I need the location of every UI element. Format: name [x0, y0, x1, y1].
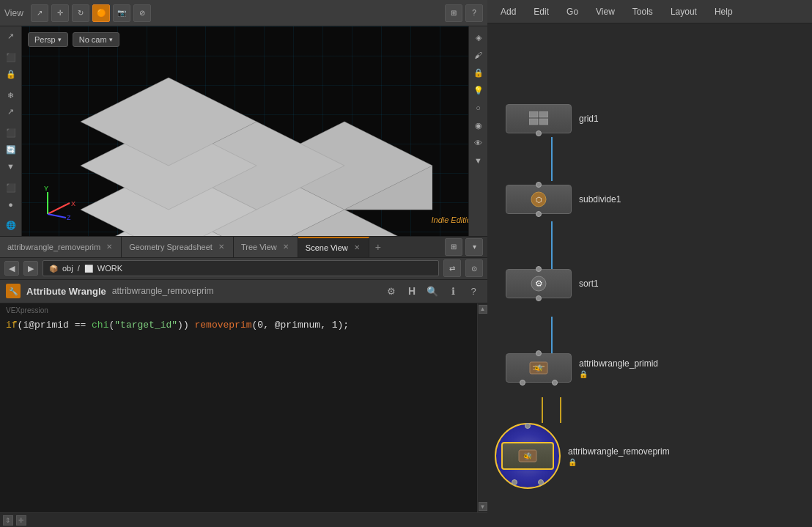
menu-view[interactable]: View [588, 4, 622, 20]
vex-section-label: VEXpression [0, 303, 54, 317]
node-header: 🔧 Attribute Wrangle attribwrangle_remove… [0, 280, 487, 303]
tab-scene-view[interactable]: Scene View ✕ [298, 237, 369, 257]
node-card-sort1[interactable]: ⚙ [506, 269, 572, 298]
h-icon[interactable]: H [404, 283, 420, 299]
camera-tool[interactable]: 📷 [113, 4, 130, 22]
forward-button[interactable]: ▶ [23, 261, 38, 276]
code-editor: VEXpression if(i@primid == chi("target_i… [0, 303, 487, 513]
layout-icon[interactable]: ⊞ [445, 4, 462, 22]
select-tool[interactable]: ↗ [31, 4, 48, 22]
view-label: View [4, 8, 23, 18]
light-icon[interactable]: 💡 [470, 82, 487, 98]
right-panel: Add Edit Go View Tools Layout Help [487, 0, 812, 527]
svg-text:🐝: 🐝 [523, 452, 533, 461]
node-dot-bottom-right [552, 380, 558, 386]
left-panel: View ↗ ✛ ↻ 🟠 📷 ⊘ ⊞ ? ↗ ⬛ 🔒 ❄ ↗ ⬛ 🔄 ▼ ⬛ ●… [0, 0, 487, 527]
tab-add-button[interactable]: + [369, 237, 387, 257]
graph-node-sort1: ⚙ sort1 [506, 269, 599, 298]
primid-label: attribwrangle_primid [579, 358, 658, 369]
svg-rect-22 [529, 119, 538, 125]
render-tool[interactable]: 🟠 [92, 4, 110, 22]
code-scrollbar: ▲ ▼ [477, 303, 487, 513]
node-card-grid1[interactable] [506, 104, 572, 133]
tab-options-icon[interactable]: ▾ [465, 238, 483, 256]
right-menubar: Add Edit Go View Tools Layout Help [487, 0, 812, 23]
path-icon2: ⬜ [84, 265, 93, 273]
resize-icon[interactable]: ⇕ [3, 515, 13, 526]
path-nav-icon[interactable]: ⇄ [443, 259, 461, 277]
menu-layout[interactable]: Layout [663, 4, 704, 20]
removeprim-lock-icon: 🔒 [568, 458, 670, 466]
tab-geometry-close[interactable]: ✕ [217, 242, 226, 251]
cross-icon[interactable]: ✛ [16, 515, 26, 526]
tab-scene-label: Scene View [306, 243, 348, 252]
node-type-icon: 🔧 [6, 284, 21, 298]
tab-layout-icon[interactable]: ⊞ [445, 238, 462, 256]
node-dot-top [536, 350, 542, 356]
path-home-icon[interactable]: ⊙ [465, 259, 483, 277]
sort1-icon: ⚙ [528, 273, 549, 294]
menu-help[interactable]: Help [707, 4, 740, 20]
paint-icon[interactable]: 🖌 [470, 47, 487, 63]
svg-text:⚙: ⚙ [535, 279, 543, 289]
settings-icon[interactable]: ⚙ [383, 283, 399, 299]
menu-tools[interactable]: Tools [625, 4, 660, 20]
rotate-tool[interactable]: ↻ [72, 4, 89, 22]
graph-node-grid1: grid1 [506, 104, 599, 133]
subdivide1-label: subdivide1 [579, 194, 621, 204]
path-input[interactable]: 📦 obj / ⬜ WORK [43, 260, 439, 276]
cam2-icon[interactable]: 👁 [470, 135, 487, 151]
node-card-subdivide1[interactable]: ⬡ [506, 185, 572, 214]
help2-icon[interactable]: ? [465, 283, 481, 299]
layers-icon[interactable]: ◈ [470, 29, 487, 45]
tab-scene-close[interactable]: ✕ [353, 243, 361, 252]
back-button[interactable]: ◀ [4, 261, 19, 276]
scroll-up-button[interactable]: ▲ [479, 305, 487, 314]
svg-text:⬡: ⬡ [536, 196, 542, 204]
path-work: WORK [97, 264, 122, 273]
node-card-removeprim[interactable]: 🐝 [495, 423, 561, 489]
tab-attribwrangle-close[interactable]: ✕ [105, 242, 114, 251]
scroll-down-button[interactable]: ▼ [479, 502, 487, 511]
tab-tree-label: Tree View [241, 243, 277, 251]
tab-tree-view[interactable]: Tree View ✕ [234, 237, 298, 257]
node-card-primid[interactable]: 🐝 [506, 353, 572, 383]
svg-rect-21 [539, 111, 548, 117]
tabs-bar: attribwrangle_removeprim ✕ Geometry Spre… [0, 236, 487, 258]
menu-edit[interactable]: Edit [526, 4, 556, 20]
graph-node-subdivide1: ⬡ subdivide1 [506, 185, 621, 214]
lock2-icon[interactable]: 🔒 [470, 65, 487, 81]
tab-geometry-label: Geometry Spreadsheet [129, 243, 213, 251]
options-tool[interactable]: ⊘ [133, 4, 151, 22]
primid-lock-icon: 🔒 [579, 370, 658, 378]
svg-rect-23 [539, 119, 548, 125]
viewport: ↗ ⬛ 🔒 ❄ ↗ ⬛ 🔄 ▼ ⬛ ● 🌐 Persp No cam [0, 26, 487, 236]
menu-go[interactable]: Go [559, 4, 586, 20]
removeprim-dot-bl [512, 479, 517, 485]
chevron-down-icon[interactable]: ▼ [470, 152, 487, 169]
search-icon[interactable]: 🔍 [424, 283, 440, 299]
code-content[interactable]: if(i@primid == chi("target_id")) removep… [0, 303, 477, 513]
tab-geometry-spreadsheet[interactable]: Geometry Spreadsheet ✕ [122, 237, 234, 257]
tab-attribwrangle[interactable]: attribwrangle_removeprim ✕ [0, 237, 122, 257]
node-graph[interactable]: grid1 ⬡ subdivide1 [487, 23, 812, 527]
info-icon[interactable]: ℹ [445, 283, 461, 299]
grid1-label: grid1 [579, 114, 599, 124]
node-dot-bottom [536, 295, 542, 301]
tab-attribwrangle-label: attribwrangle_removeprim [7, 243, 100, 251]
grid1-icon [528, 108, 549, 129]
bulb-icon[interactable]: ○ [470, 100, 487, 116]
menu-add[interactable]: Add [493, 4, 523, 20]
help-icon[interactable]: ? [465, 4, 483, 22]
svg-line-9 [48, 203, 70, 214]
svg-text:Y: Y [44, 185, 48, 192]
move-tool[interactable]: ✛ [51, 4, 69, 22]
tab-tree-close[interactable]: ✕ [281, 242, 290, 251]
primid-icon: 🐝 [528, 358, 549, 378]
scope-icon[interactable]: ◉ [470, 117, 487, 133]
path-icon: 📦 [49, 265, 58, 273]
removeprim-dot-top [525, 423, 531, 429]
removeprim-dot-br [538, 479, 544, 485]
node-removeprim-container[interactable]: 🐝 [495, 423, 561, 489]
node-name-label: attribwrangle_removeprim [112, 286, 214, 296]
